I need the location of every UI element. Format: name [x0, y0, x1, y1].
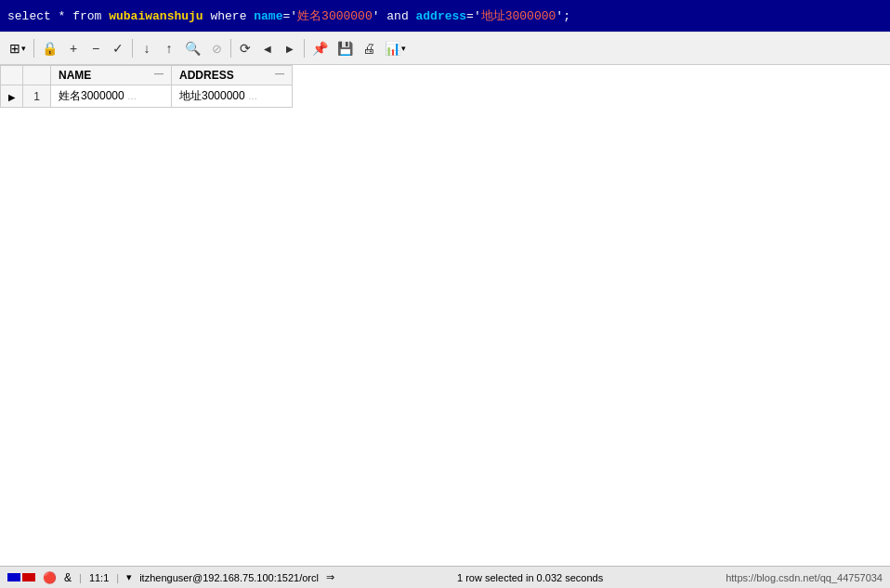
col-num-header — [23, 66, 51, 85]
search-button[interactable]: 🔍 — [181, 37, 204, 59]
col-resize-address[interactable]: — — [275, 69, 284, 79]
lock-icon: 🔒 — [42, 41, 58, 56]
nav-next-button[interactable]: ▶ — [280, 37, 300, 59]
row-arrow-icon: ▶ — [8, 93, 15, 102]
data-grid[interactable]: NAME — ADDRESS — ▶ 1 姓名3000000 … — [0, 65, 890, 566]
commit-button[interactable]: ✓ — [108, 37, 128, 59]
toolbar-separator-4 — [304, 39, 305, 58]
minus-icon: − — [92, 41, 99, 56]
add-row-button[interactable]: + — [63, 37, 84, 59]
row-current-indicator: ▶ — [1, 85, 23, 108]
sql-bar: select * from wubaiwanshuju where name='… — [0, 0, 890, 32]
results-table: NAME — ADDRESS — ▶ 1 姓名3000000 … — [0, 65, 293, 108]
toolbar-separator-3 — [230, 39, 231, 58]
sql-text: select * from wubaiwanshuju where name='… — [7, 7, 570, 24]
check-icon: ✓ — [112, 41, 124, 56]
sort-asc-button[interactable]: ↓ — [137, 37, 157, 59]
print-button[interactable]: 🖨 — [359, 37, 379, 59]
sort-desc-button[interactable]: ↑ — [159, 37, 179, 59]
print-icon: 🖨 — [362, 41, 375, 56]
nav-prev-icon: ◀ — [264, 44, 271, 54]
toolbar-separator-1 — [33, 39, 34, 58]
conn-arrow: ▾ — [126, 571, 132, 583]
status-bar: 🔴 & | 11:1 | ▾ itzhenguser@192.168.75.10… — [0, 566, 890, 588]
col-address-header[interactable]: ADDRESS — — [172, 66, 293, 85]
save-button[interactable]: 💾 — [334, 37, 357, 59]
status-warning-icon: 🔴 — [43, 571, 57, 584]
plus-icon: + — [70, 41, 77, 56]
grid-view-button[interactable]: ⊞ ▾ — [6, 37, 30, 59]
search-icon: 🔍 — [185, 41, 201, 56]
sort-desc-icon: ↑ — [166, 41, 173, 56]
status-flag — [7, 573, 35, 581]
refresh-button[interactable]: ⟳ — [235, 37, 255, 59]
status-divider-1: | — [79, 572, 82, 583]
db-arrow: ⇒ — [326, 571, 334, 583]
table-header-row: NAME — ADDRESS — — [1, 66, 293, 85]
grid-icon: ⊞ — [9, 41, 20, 56]
flag-red — [22, 573, 35, 581]
chevron-down-icon: ▾ — [21, 44, 26, 53]
nav-prev-button[interactable]: ◀ — [257, 37, 278, 59]
status-message: 1 row selected in 0.032 seconds — [342, 572, 718, 583]
col-name-header[interactable]: NAME — — [51, 66, 172, 85]
flag-blue — [7, 573, 20, 581]
col-resize-name[interactable]: — — [154, 69, 164, 79]
chart-icon: 📊 — [385, 41, 400, 56]
cell-overflow-address: … — [248, 91, 257, 101]
clear-icon: ⊘ — [212, 42, 222, 56]
save-icon: 💾 — [337, 41, 353, 56]
pin-button[interactable]: 📌 — [308, 37, 332, 59]
clear-filter-button[interactable]: ⊘ — [206, 37, 227, 59]
sort-asc-icon: ↓ — [144, 41, 151, 56]
cell-name[interactable]: 姓名3000000 … — [51, 85, 172, 108]
delete-row-button[interactable]: − — [85, 37, 106, 59]
chevron-down-icon-2: ▾ — [401, 44, 406, 53]
nav-next-icon: ▶ — [286, 44, 294, 54]
refresh-icon: ⟳ — [240, 41, 251, 56]
table-body: ▶ 1 姓名3000000 … 地址3000000 … — [1, 85, 293, 108]
lock-button[interactable]: 🔒 — [38, 37, 61, 59]
connection-info: itzhenguser@192.168.75.100:1521/orcl — [139, 572, 319, 583]
row-indicator-header — [1, 66, 23, 85]
cell-address[interactable]: 地址3000000 … — [172, 85, 293, 108]
status-ampersand: & — [64, 571, 72, 584]
pin-icon: 📌 — [312, 41, 328, 56]
toolbar-separator-2 — [132, 39, 133, 58]
chart-button[interactable]: 📊 ▾ — [381, 37, 410, 59]
table-row[interactable]: ▶ 1 姓名3000000 … 地址3000000 … — [1, 85, 293, 108]
status-divider-2: | — [116, 572, 119, 583]
cell-overflow-name: … — [127, 91, 137, 101]
status-url: https://blog.csdn.net/qq_44757034 — [726, 572, 883, 583]
row-number: 1 — [23, 85, 51, 108]
cursor-position: 11:1 — [89, 572, 109, 583]
toolbar: ⊞ ▾ 🔒 + − ✓ ↓ ↑ 🔍 ⊘ ⟳ ◀ ▶ 📌 💾 🖨 — [0, 32, 890, 65]
